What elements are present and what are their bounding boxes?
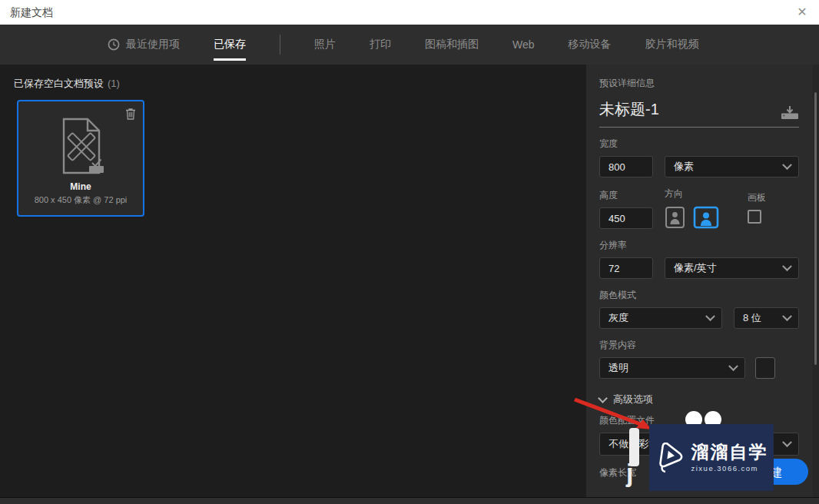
chevron-down-icon — [782, 160, 792, 170]
watermark-text: 溜溜自学 zixue.3066.com — [691, 443, 768, 472]
document-title-row: 未标题-1 — [599, 99, 799, 128]
saved-presets-header: 已保存空白文档预设(1) — [14, 77, 120, 91]
saved-presets-panel: 已保存空白文档预设(1) Mine 800 x 450 像素 @ 72 ppi — [0, 65, 586, 497]
height-orientation-row: 高度 450 方向 — [599, 177, 813, 229]
watermark-play-logo — [655, 443, 685, 473]
tab-web[interactable]: Web — [512, 25, 535, 65]
background-color-swatch[interactable] — [755, 357, 775, 379]
artboard-checkbox[interactable] — [748, 210, 761, 224]
saved-presets-title: 已保存空白文档预设 — [14, 78, 104, 89]
blank-document-icon — [55, 117, 106, 175]
resolution-label: 分辨率 — [599, 239, 813, 252]
save-preset-icon[interactable] — [781, 105, 799, 120]
tab-saved[interactable]: 已保存 — [214, 25, 246, 65]
orientation-portrait-icon[interactable] — [665, 206, 685, 229]
orientation-options — [665, 206, 719, 229]
tab-print[interactable]: 打印 — [370, 25, 391, 65]
watermark-title: 溜溜自学 — [691, 443, 768, 461]
watermark-overlay: 溜溜自学 zixue.3066.com — [649, 424, 774, 491]
chevron-down-icon — [598, 393, 608, 403]
chevron-down-icon — [782, 261, 792, 271]
tab-mobile[interactable]: 移动设备 — [569, 25, 612, 65]
height-label: 高度 — [599, 189, 653, 202]
height-input[interactable]: 450 — [599, 207, 653, 229]
tab-label: Web — [512, 38, 535, 51]
tab-label: 图稿和插图 — [425, 38, 479, 51]
chevron-down-icon — [705, 311, 715, 321]
covered-text-fragment: j — [626, 458, 633, 488]
resolution-row: 72 像素/英寸 — [599, 257, 813, 279]
tab-film-video[interactable]: 胶片和视频 — [645, 25, 699, 65]
artboard-label: 画板 — [748, 191, 766, 204]
tab-label: 最近使用项 — [126, 38, 180, 51]
chevron-down-icon — [728, 361, 738, 371]
close-icon[interactable]: ✕ — [794, 4, 811, 21]
resolution-unit-dropdown[interactable]: 像素/英寸 — [665, 257, 799, 279]
bit-depth-dropdown[interactable]: 8 位 — [734, 307, 799, 329]
tab-art-illustration[interactable]: 图稿和插图 — [425, 25, 479, 65]
color-mode-dropdown[interactable]: 灰度 — [599, 307, 722, 329]
background-row: 透明 — [599, 357, 813, 379]
advanced-options-label: 高级选项 — [613, 393, 653, 406]
width-row: 800 像素 — [599, 156, 813, 177]
width-unit-value: 像素 — [674, 160, 694, 174]
dialog-title: 新建文档 — [10, 0, 53, 25]
preset-name: Mine — [18, 181, 143, 192]
tab-label: 移动设备 — [569, 38, 612, 51]
trash-icon[interactable] — [125, 108, 136, 120]
scrollbar-thumb[interactable] — [814, 92, 817, 365]
color-mode-row: 灰度 8 位 — [599, 307, 813, 329]
width-input[interactable]: 800 — [599, 156, 653, 177]
chevron-down-icon — [782, 311, 792, 321]
resolution-unit-value: 像素/英寸 — [674, 261, 717, 275]
advanced-options-toggle[interactable]: 高级选项 — [599, 393, 813, 406]
preset-details-header: 预设详细信息 — [599, 77, 813, 90]
tab-label: 照片 — [314, 38, 336, 51]
width-unit-dropdown[interactable]: 像素 — [665, 156, 799, 177]
tab-photo[interactable]: 照片 — [314, 25, 336, 65]
panel-scrollbar[interactable] — [813, 65, 819, 497]
color-mode-value: 灰度 — [608, 311, 628, 325]
watermark-subtitle: zixue.3066.com — [691, 464, 768, 472]
tab-label: 胶片和视频 — [645, 38, 699, 51]
preset-spec: 800 x 450 像素 @ 72 ppi — [18, 194, 143, 206]
tab-recent[interactable]: 最近使用项 — [108, 25, 180, 65]
tab-separator — [280, 35, 280, 55]
preset-card-mine[interactable]: Mine 800 x 450 像素 @ 72 ppi — [17, 100, 144, 217]
saved-presets-count: (1) — [108, 78, 120, 89]
width-label: 宽度 — [599, 138, 813, 151]
orientation-label: 方向 — [665, 187, 719, 201]
orientation-landscape-icon[interactable] — [693, 206, 719, 229]
chevron-down-icon — [782, 437, 792, 447]
background-value: 透明 — [608, 361, 628, 375]
background-dropdown[interactable]: 透明 — [599, 357, 745, 379]
clock-icon — [108, 38, 120, 51]
background-label: 背景内容 — [599, 339, 813, 352]
preset-category-tabs: 最近使用项 已保存 照片 打印 图稿和插图 Web 移动设备 胶片和视频 — [0, 25, 819, 65]
document-title-input[interactable]: 未标题-1 — [599, 99, 781, 120]
new-document-dialog: 新建文档 ✕ 最近使用项 已保存 照片 打印 图稿和插图 Web 移动设备 胶片… — [0, 0, 819, 504]
tab-label: 打印 — [370, 38, 391, 51]
dialog-bottom-edge — [0, 497, 819, 504]
dialog-titlebar: 新建文档 ✕ — [0, 0, 819, 25]
color-mode-label: 颜色模式 — [599, 289, 813, 302]
resolution-input[interactable]: 72 — [599, 257, 653, 279]
tab-label: 已保存 — [214, 38, 246, 51]
bit-depth-value: 8 位 — [743, 311, 761, 325]
